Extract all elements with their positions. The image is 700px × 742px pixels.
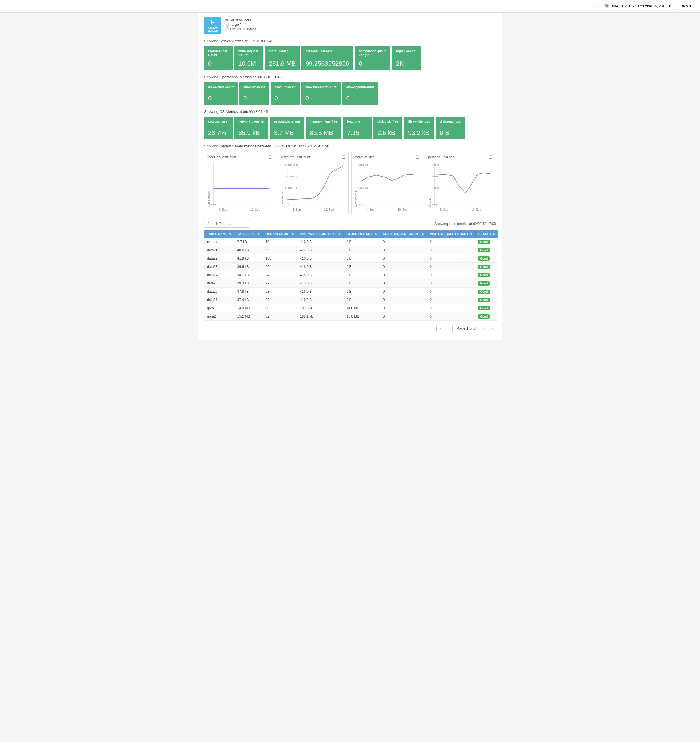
metric-label: slowPutCount <box>274 85 296 89</box>
table-header-cell[interactable]: REGION COUNT ⇅ <box>262 230 297 238</box>
chart-ylabel: Bytes/Second <box>355 161 357 207</box>
health-badge: Good <box>478 306 489 311</box>
table-cell: 0 B <box>344 254 380 262</box>
table-cell: gora2 <box>204 312 234 320</box>
server-icon: H REGIONSERVER <box>204 17 221 34</box>
table-header-cell[interactable]: TABLE NAME ⇅ <box>204 230 234 238</box>
chart-menu-icon[interactable]: ☰ <box>489 155 493 159</box>
chart-x1-label: 3. Sep <box>293 208 301 211</box>
metric-card: load.one 7.15 <box>343 116 372 140</box>
health-badge: Good <box>478 290 489 294</box>
metric-label: storeFileSize <box>269 49 296 53</box>
table-cell: 99 <box>262 246 297 254</box>
chart-xlabel: 3. Sep 10. Sep <box>428 208 493 211</box>
svg-text:15000000.00: 15000000.00 <box>285 164 298 166</box>
table-cell: 0 <box>380 238 427 246</box>
table-cell: 416.0 B <box>297 287 344 296</box>
health-badge: Good <box>478 281 489 286</box>
table-row: data2637.8 kB93416.0 B0 B00Good <box>204 287 498 296</box>
metric-card: disk.write_bps 93.2 kB <box>404 116 434 140</box>
calendar-icon: 📅 <box>605 4 609 8</box>
chart-card: writeRequestCount ☰ Count/Second 1500000… <box>278 152 349 214</box>
table-cell: 0 B <box>344 296 380 304</box>
table-cell: 416.0 B <box>297 246 344 254</box>
chart-x2-label: 10. Sep <box>471 208 481 211</box>
metric-card: disk.read_bps 0 B <box>436 116 465 140</box>
page-info: Page 1 of 3 <box>454 326 478 330</box>
table-cell: 0 <box>427 296 475 304</box>
chart-menu-icon[interactable]: ☰ <box>268 155 272 159</box>
table-row: gora215.1 MB82188.1 kB15.0 MB00Good <box>204 312 498 320</box>
table-cell: 39.4 kB <box>234 279 262 287</box>
table-header-cell[interactable]: READ REQUEST COUNT ⇅ <box>380 230 427 238</box>
metric-value: 0 <box>305 94 337 102</box>
table-cell: 36.6 kB <box>234 262 262 271</box>
table-header-cell[interactable]: STORE FILE SIZE ⇅ <box>344 230 380 238</box>
table-cell: 0 B <box>344 279 380 287</box>
table-cell: 0 B <box>344 271 380 279</box>
table-cell: 416.0 B <box>297 271 344 279</box>
table-health-cell: Good <box>475 279 498 287</box>
chart-menu-icon[interactable]: ☰ <box>342 155 345 159</box>
os-metrics-title: Showing OS Metrics at 09/16/18 01:45 <box>204 109 496 114</box>
table-cell: 189.6 kB <box>297 304 344 312</box>
table-header-cell[interactable]: TABLE SIZE ⇅ <box>234 230 262 238</box>
svg-text:0.00: 0.00 <box>285 203 289 206</box>
metric-label: load.one <box>347 119 368 124</box>
metric-label: slowAppendCount <box>346 85 374 89</box>
date-range-chevron: ▼ <box>668 4 671 8</box>
table-cell: data21 <box>204 246 234 254</box>
data-table: TABLE NAME ⇅TABLE SIZE ⇅REGION COUNT ⇅AV… <box>204 230 498 321</box>
metric-value: 281.6 MB <box>269 60 296 68</box>
metric-card: slowGetCount 0 <box>239 82 269 105</box>
metric-card: disk.disk_free 2.6 kB <box>373 116 402 140</box>
metric-label: writeRequestCount <box>239 49 259 57</box>
table-header-cell[interactable]: HEALTH ⇅ <box>475 230 498 238</box>
metric-value: 83.5 MB <box>310 129 337 137</box>
prev-page-button[interactable]: ‹ <box>446 325 452 332</box>
metric-label: slowGetCount <box>243 85 265 89</box>
granularity-button[interactable]: Daily ▼ <box>677 3 696 10</box>
table-cell: 90 <box>262 262 297 271</box>
chart-xlabel: 3. Sep 10. Sep <box>207 208 272 211</box>
table-health-cell: Good <box>475 287 498 296</box>
table-cell: 0 <box>427 287 475 296</box>
health-badge: Good <box>478 248 489 252</box>
metric-label: disk.write_bps <box>408 119 430 124</box>
charts-row: readRequestCount ☰ Count/Second 0.00 3. … <box>204 152 496 214</box>
granularity-label: Daily <box>680 4 688 8</box>
table-cell: 7.7 kB <box>234 238 262 246</box>
metric-label: network.byte_out <box>274 119 300 124</box>
table-cell: 416.0 B <box>297 279 344 287</box>
chart-menu-icon[interactable]: ☰ <box>416 155 419 159</box>
table-header-cell[interactable]: AVERAGE REGION SIZE ⇅ <box>297 230 344 238</box>
chart-title: readRequestCount ☰ <box>207 155 272 159</box>
metric-value: 0 <box>359 60 386 68</box>
next-page-button[interactable]: › <box>479 325 486 332</box>
metric-label: percentFilesLocal <box>305 49 349 53</box>
table-cell: data24 <box>204 271 234 279</box>
table-cell: 37.4 kB <box>234 296 262 304</box>
clock-icon: 🕐 <box>225 27 229 31</box>
table-header-cell[interactable]: WRITE REQUEST COUNT ⇅ <box>427 230 475 238</box>
table-health-cell: Good <box>475 296 498 304</box>
charts-section-title: Showing Region Server metrics between 06… <box>204 144 496 148</box>
chart-x1-label: 3. Sep <box>366 208 374 211</box>
table-cell: 0 B <box>344 246 380 254</box>
metric-card: slowDeleteCount 0 <box>204 82 237 105</box>
svg-text:50.00: 50.00 <box>432 175 438 178</box>
chart-title-label: percentFilesLocal <box>428 155 455 159</box>
metric-value: 10.6M <box>239 60 259 68</box>
date-range-button[interactable]: 📅 June 18, 2018 - September 16, 2018 ▼ <box>602 3 674 10</box>
search-input[interactable] <box>204 220 250 228</box>
metric-label: slowIncrementCount <box>305 85 337 89</box>
table-cell: 0 <box>427 254 475 262</box>
server-name-row: 📊 fargo7 <box>225 22 258 26</box>
last-page-button[interactable]: » <box>488 325 496 332</box>
server-time-row: 🕐 09/16/18 01:45:31 <box>225 27 258 31</box>
svg-text:5000000.00: 5000000.00 <box>285 186 296 189</box>
granularity-chevron: ▼ <box>689 4 692 8</box>
table-cell: 14.8 MB <box>234 304 262 312</box>
first-page-button[interactable]: « <box>436 325 444 332</box>
metric-card: storeFileSize 281.6 MB <box>265 46 300 70</box>
